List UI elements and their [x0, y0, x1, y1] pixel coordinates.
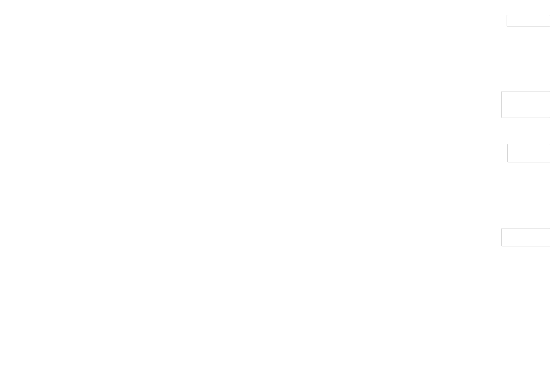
figure-canvas — [0, 0, 560, 392]
legend-mag-lines — [507, 144, 550, 162]
legend-top-points — [501, 91, 550, 118]
legend-mid-points — [501, 228, 550, 246]
legend-mag-agasc — [507, 15, 550, 27]
figure — [0, 0, 560, 392]
